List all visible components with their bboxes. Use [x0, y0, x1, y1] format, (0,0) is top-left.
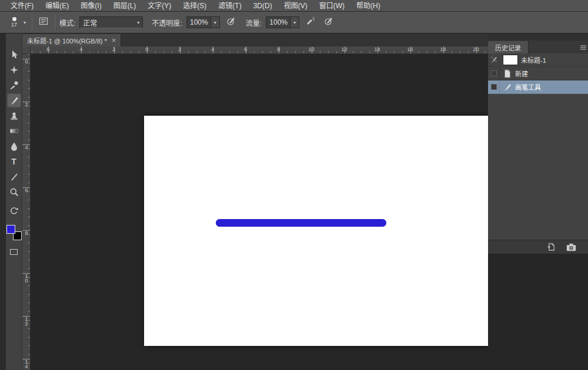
eyedropper-icon [9, 80, 19, 90]
blur-tool-button[interactable] [7, 139, 21, 153]
canvas-viewport[interactable] [31, 54, 488, 370]
airbrush-button[interactable] [303, 15, 318, 29]
panel-menu-icon[interactable] [579, 43, 588, 52]
vertical-ruler[interactable]: 0 2 4 6 8 10 12 14 [22, 54, 31, 370]
opacity-input[interactable]: 100% [186, 16, 211, 28]
pasteboard-edge [0, 33, 6, 370]
ruler-number: 6 [46, 46, 49, 52]
panel-top-strip [488, 33, 588, 41]
magic-wand-icon [9, 65, 19, 75]
rotate-view-icon [9, 206, 19, 216]
menu-file[interactable]: 文件(F) [5, 0, 39, 12]
menu-3d[interactable]: 3D(D) [248, 0, 278, 12]
screen-mode-button[interactable] [7, 245, 21, 259]
eyedropper-tool-button[interactable] [7, 78, 21, 92]
pen-tool-icon [9, 172, 19, 181]
menu-help[interactable]: 帮助(H) [350, 0, 386, 12]
blur-drop-icon [9, 142, 19, 151]
close-icon[interactable]: × [112, 36, 116, 45]
chevron-down-icon: ▾ [137, 20, 139, 25]
clone-stamp-icon [9, 111, 19, 120]
ruler-number: 2 [24, 102, 29, 106]
history-panel-tab[interactable]: 历史记录 [488, 41, 529, 53]
opacity-label: 不透明度: [152, 18, 182, 28]
ruler-number: 4 [211, 46, 214, 52]
move-tool-button[interactable] [7, 48, 21, 62]
new-document-icon [503, 69, 512, 78]
options-bar: 17 ▾ 模式: 正常 ▾ 不透明度: 100% ▾ 流量: [0, 12, 588, 33]
mode-value: 正常 [83, 18, 97, 28]
document-tab[interactable]: 未标题-1 @ 100%(RGB/8) * × [22, 34, 121, 46]
separator [32, 15, 32, 30]
tablet-pressure-opacity-button[interactable] [224, 15, 238, 29]
history-panel-title: 历史记录 [495, 43, 521, 52]
flow-dropdown-button[interactable]: ▾ [290, 16, 299, 28]
menu-view[interactable]: 视图(V) [278, 0, 313, 12]
menu-layer[interactable]: 图层(L) [108, 0, 142, 12]
flow-value: 100% [269, 18, 288, 26]
brush-tool-icon [9, 96, 19, 105]
history-brush-source-well[interactable] [488, 80, 500, 93]
pen-tool-button[interactable] [7, 170, 21, 184]
opacity-value: 100% [190, 18, 208, 26]
mode-label: 模式: [59, 18, 75, 28]
menu-edit[interactable]: 编辑(E) [39, 0, 75, 12]
mode-select[interactable]: 正常 ▾ [79, 16, 143, 28]
history-brush-source-well[interactable] [488, 67, 500, 80]
type-tool-button[interactable]: T [7, 154, 21, 169]
menu-filter[interactable]: 滤镜(T) [212, 0, 247, 12]
ruler-number: 0 [24, 59, 29, 63]
ruler-number: 0 [145, 46, 148, 52]
menu-window[interactable]: 窗口(W) [313, 0, 350, 12]
ruler-number: 6 [24, 187, 29, 192]
clone-stamp-tool-button[interactable] [7, 109, 21, 123]
canvas[interactable] [144, 116, 489, 346]
toggle-brush-panel-button[interactable] [36, 15, 51, 29]
tools-panel: T [6, 33, 22, 370]
panel-empty-area [488, 254, 588, 370]
brush-tip-icon: 17 [6, 17, 22, 28]
ruler-number: 8 [24, 230, 29, 235]
new-snapshot-button[interactable] [566, 243, 576, 252]
tablet-pressure-size-button[interactable] [322, 15, 336, 29]
tablet-pressure-icon [226, 16, 236, 28]
menu-image[interactable]: 图像(I) [75, 0, 107, 12]
gradient-tool-button[interactable] [7, 124, 21, 138]
ruler-corner [22, 46, 31, 54]
magic-wand-tool-button[interactable] [7, 63, 21, 77]
ruler-number: 12 [341, 46, 347, 52]
zoom-tool-button[interactable] [7, 185, 21, 199]
menu-type[interactable]: 文字(Y) [142, 0, 177, 12]
photoshop-window: 文件(F) 编辑(E) 图像(I) 图层(L) 文字(Y) 选择(S) 滤镜(T… [0, 0, 588, 370]
history-snapshot-row[interactable]: 未标题-1 [488, 53, 588, 67]
snapshot-thumbnail [503, 55, 518, 65]
chevron-down-icon: ▾ [214, 20, 216, 25]
foreground-color-swatch[interactable] [6, 225, 15, 234]
new-document-from-state-button[interactable] [546, 243, 556, 252]
history-brush-icon [490, 55, 497, 65]
type-tool-icon: T [11, 157, 16, 166]
ruler-number: 10 [24, 273, 29, 282]
ruler-number: 10 [308, 46, 314, 52]
history-state-row[interactable]: 新建 [488, 67, 588, 80]
brush-size-value: 17 [11, 22, 17, 28]
horizontal-ruler[interactable]: 6 4 2 0 2 4 6 8 10 12 14 16 18 20 [31, 46, 488, 54]
history-panel: 历史记录 未标题-1 [488, 33, 588, 370]
document-tab-bar: 未标题-1 @ 100%(RGB/8) * × [22, 33, 488, 46]
opacity-dropdown-button[interactable]: ▾ [211, 16, 220, 28]
source-well-box [491, 84, 497, 90]
history-panel-footer [488, 240, 588, 254]
history-brush-source-well[interactable] [488, 53, 500, 66]
brush-preset-picker[interactable]: 17 ▾ [5, 16, 28, 29]
history-list: 未标题-1 新建 画笔工具 [488, 53, 588, 240]
ruler-number: 4 [79, 46, 82, 52]
rotate-view-tool-button[interactable] [7, 204, 21, 218]
flow-input[interactable]: 100% [266, 16, 290, 28]
history-state-row-selected[interactable]: 画笔工具 [488, 80, 588, 94]
ruler-number: 14 [374, 46, 380, 52]
color-swatches[interactable] [6, 225, 22, 240]
ruler-number: 2 [178, 46, 181, 52]
brush-tool-button[interactable] [7, 93, 21, 107]
menu-bar: 文件(F) 编辑(E) 图像(I) 图层(L) 文字(Y) 选择(S) 滤镜(T… [0, 0, 588, 12]
menu-select[interactable]: 选择(S) [177, 0, 212, 12]
